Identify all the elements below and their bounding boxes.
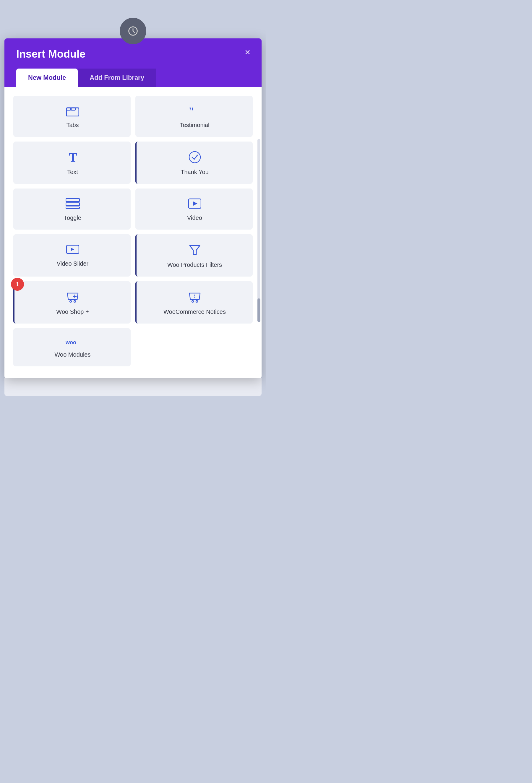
svg-rect-7 (66, 198, 80, 201)
module-woo-products-filters-label: Woo Products Filters (167, 261, 222, 268)
module-woo-shop-plus[interactable]: 1 Woo Shop + (13, 281, 131, 323)
svg-point-6 (189, 152, 200, 163)
svg-marker-11 (193, 201, 197, 206)
module-text[interactable]: T Text (13, 142, 131, 184)
top-history-button[interactable] (120, 18, 146, 44)
svg-marker-14 (190, 246, 200, 254)
svg-rect-8 (66, 203, 80, 206)
svg-rect-3 (71, 108, 75, 110)
module-woo-shop-plus-label: Woo Shop + (56, 309, 89, 315)
testimonial-icon: " (188, 105, 201, 118)
svg-point-15 (70, 301, 71, 302)
svg-point-19 (192, 301, 194, 302)
video-icon (188, 198, 201, 210)
module-tabs-label: Tabs (66, 122, 79, 128)
svg-rect-1 (66, 108, 79, 116)
svg-rect-9 (66, 207, 80, 209)
woocommerce-notices-icon (188, 291, 201, 304)
close-button[interactable]: × (245, 47, 250, 57)
woo-modules-icon: woo (64, 338, 81, 347)
svg-rect-2 (66, 108, 71, 110)
svg-point-16 (74, 301, 76, 302)
module-testimonial-label: Testimonial (180, 122, 209, 128)
modal-title: Insert Module (16, 48, 250, 60)
module-woo-products-filters[interactable]: Woo Products Filters (135, 234, 253, 277)
module-toggle[interactable]: Toggle (13, 189, 131, 229)
thank-you-icon (189, 151, 201, 164)
svg-point-20 (196, 301, 198, 302)
modules-grid: Tabs " Testimonial T Text (13, 96, 253, 366)
module-woo-modules-label: Woo Modules (55, 351, 91, 358)
svg-text:T: T (69, 151, 77, 163)
woo-shop-plus-icon (66, 291, 80, 304)
scrollbar-track[interactable] (257, 139, 260, 322)
module-woocommerce-notices-label: WooCommerce Notices (163, 309, 226, 315)
module-woocommerce-notices[interactable]: WooCommerce Notices (135, 281, 253, 323)
tabs-icon (66, 105, 79, 118)
module-video-slider[interactable]: Video Slider (13, 234, 131, 277)
module-video-slider-label: Video Slider (57, 260, 88, 267)
scrollbar-thumb[interactable] (257, 299, 260, 322)
module-testimonial[interactable]: " Testimonial (135, 96, 253, 137)
tab-new-module[interactable]: New Module (16, 68, 78, 87)
module-toggle-label: Toggle (64, 215, 81, 221)
svg-marker-13 (71, 248, 74, 251)
toggle-icon (66, 198, 80, 210)
filter-icon (189, 244, 201, 257)
module-woo-modules[interactable]: woo Woo Modules (13, 328, 131, 366)
bottom-bar (4, 378, 261, 396)
module-video-label: Video (187, 215, 202, 221)
tab-add-from-library[interactable]: Add From Library (78, 68, 156, 87)
insert-module-modal: Insert Module × New Module Add From Libr… (4, 38, 261, 378)
module-tabs[interactable]: Tabs (13, 96, 131, 137)
video-slider-icon (66, 244, 79, 256)
modal-header: Insert Module × New Module Add From Libr… (4, 38, 261, 87)
badge-number: 1 (11, 278, 24, 291)
modal-tabs: New Module Add From Library (16, 68, 250, 87)
text-icon: T (67, 151, 78, 164)
svg-text:": " (189, 105, 194, 117)
module-video[interactable]: Video (135, 189, 253, 229)
svg-text:woo: woo (65, 340, 76, 345)
modal-body: Tabs " Testimonial T Text (4, 87, 261, 378)
module-thank-you[interactable]: Thank You (135, 142, 253, 184)
module-thank-you-label: Thank You (181, 169, 209, 176)
module-text-label: Text (67, 169, 78, 176)
